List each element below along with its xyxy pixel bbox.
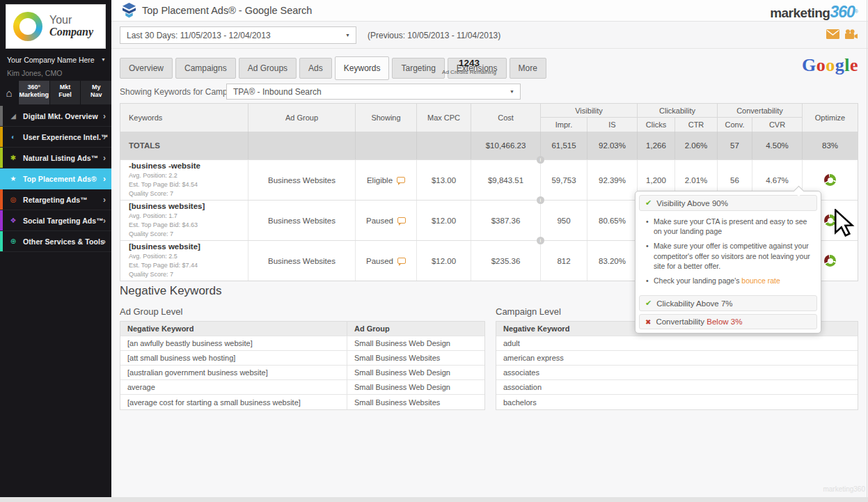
keyword-text: -business -website <box>129 162 200 170</box>
avg-position: Avg. Position: 1.7 <box>129 212 177 221</box>
keyword-text: [business websites] <box>129 202 205 210</box>
info-icon[interactable] <box>537 156 544 164</box>
totals-is: 92.03% <box>587 132 638 159</box>
comment-bubble-icon[interactable] <box>397 217 406 223</box>
marketing360-logo: marketing360® <box>770 3 858 22</box>
tip-text: Check your landing page's <box>654 276 739 285</box>
is-cell: 92.39% <box>587 160 638 200</box>
optimize-donut-icon[interactable] <box>824 255 836 267</box>
impr-cell: 950 <box>541 201 587 240</box>
col-is: IS <box>587 118 638 132</box>
sidebar-item-retargeting-ads[interactable]: ◎ Retargeting Ads™ › <box>0 189 111 210</box>
bounce-rate-link[interactable]: bounce rate <box>741 276 780 285</box>
google-letter: e <box>850 55 858 75</box>
sidebar-item-user-experience-intel[interactable]: ◐ User Experience Intel.™ › <box>0 127 111 148</box>
sidebar-item-natural-listing-ads[interactable]: ✱ Natural Listing Ads™ › <box>0 148 111 168</box>
sidebar-item-top-placement-ads[interactable]: ★ Top Placement Ads® › <box>0 168 111 189</box>
sidebar-item-digital-mkt-overview[interactable]: ◢ Digital Mkt. Overview › <box>0 106 111 127</box>
totals-conv: 57 <box>718 132 752 159</box>
sidebar-item-label: User Experience Intel.™ <box>23 133 109 141</box>
keywords-table-header: Keywords Ad Group Showing Max CPC Cost V… <box>120 104 858 132</box>
previous-range-label: (Previous: 10/05/2013 - 11/04/2013) <box>368 31 500 40</box>
totals-clicks: 1,266 <box>638 132 675 159</box>
sidebar-item-label: Retargeting Ads™ <box>23 196 88 204</box>
mouse-cursor <box>833 209 856 237</box>
company-logo-swirl-icon <box>13 12 42 41</box>
table-row: adult <box>496 336 858 351</box>
company-name: Your Company Name Here <box>7 56 95 64</box>
tab-line1: 360° <box>19 84 49 91</box>
comment-bubble-icon[interactable] <box>397 177 405 183</box>
negative-keyword: american express <box>496 354 858 362</box>
table-row: [att small business web hosting] Small B… <box>120 351 484 366</box>
clickability-status-text: Clickability Above 7% <box>656 299 732 308</box>
ad-group: Small Business Web Design <box>347 383 484 391</box>
sidebar-tab-360-marketing[interactable]: 360° Marketing <box>18 81 49 104</box>
color-stripe <box>0 106 3 126</box>
negative-keyword: [att small business web hosting] <box>120 351 347 365</box>
est-top-page-bid: Est. Top Page Bid: $7.44 <box>129 261 198 270</box>
tab-keywords[interactable]: Keywords <box>335 56 390 80</box>
col-conv: Conv. <box>718 118 752 132</box>
totals-impr: 61,515 <box>541 132 587 159</box>
convertability-label: Convertability <box>656 317 704 326</box>
sidebar: Your Company ▼ Your Company Name Here Ki… <box>0 0 111 497</box>
sidebar-item-social-targeting-ads[interactable]: ❖ Social Targeting Ads™ › <box>0 210 111 231</box>
google-letter: o <box>826 55 835 75</box>
negative-keyword: average <box>120 380 347 394</box>
keyword-text: [business website] <box>129 242 200 251</box>
company-name-dropdown[interactable]: ▼ Your Company Name Here <box>7 56 106 64</box>
chart-icon: ◢ <box>8 112 18 120</box>
is-cell: 83.20% <box>587 241 638 281</box>
chevron-down-icon: ▼ <box>101 57 106 62</box>
date-range-bar: Last 30 Days: 11/05/2013 - 12/04/2013 ▼ … <box>111 22 868 49</box>
video-icon[interactable] <box>844 29 858 39</box>
color-stripe <box>0 231 3 251</box>
chevron-right-icon: › <box>103 174 106 184</box>
showing-cell: Paused <box>356 201 417 240</box>
color-stripe <box>0 189 3 210</box>
col-ad-group: Ad Group <box>248 104 356 132</box>
tab-ads[interactable]: Ads <box>299 58 332 79</box>
sidebar-menu: ◢ Digital Mkt. Overview › ◐ User Experie… <box>0 106 111 252</box>
totals-showing <box>356 132 417 159</box>
ad-group-cell: Business Websites <box>248 241 356 281</box>
negative-keyword: [an awfully beastly business website] <box>120 336 347 350</box>
est-top-page-bid: Est. Top Page Bid: $4.63 <box>129 221 198 230</box>
sidebar-tab-mkt-fuel[interactable]: Mkt Fuel <box>49 81 81 104</box>
max-cpc-cell: $13.00 <box>417 160 471 200</box>
optimize-donut-icon[interactable] <box>824 174 836 186</box>
tab-overview[interactable]: Overview <box>120 58 173 79</box>
tab-line1: My <box>81 84 111 91</box>
max-cpc-cell: $12.00 <box>417 201 471 240</box>
home-icon[interactable]: ⌂ <box>0 81 18 104</box>
cost-value: $235.36 <box>491 257 521 265</box>
footer-strip <box>0 497 868 502</box>
clickability-status-strip: ✔ Clickability Above 7% <box>639 295 817 311</box>
tab-ad-groups[interactable]: Ad Groups <box>239 58 297 79</box>
sidebar-tab-my-nav[interactable]: My Nav <box>80 81 111 104</box>
ad-group-level-table: Negative Keyword Ad Group [an awfully be… <box>120 321 485 410</box>
social-icon: ❖ <box>8 217 18 224</box>
info-icon[interactable] <box>537 237 544 244</box>
info-icon[interactable] <box>537 196 544 204</box>
date-range-select[interactable]: Last 30 Days: 11/05/2013 - 12/04/2013 ▼ <box>120 26 356 44</box>
tab-line2: Nav <box>81 91 111 99</box>
cost-cell: $235.36 <box>471 241 541 281</box>
impr-cell: 812 <box>541 241 587 281</box>
col-negative-keyword: Negative Keyword <box>120 322 347 336</box>
convertability-text: Convertability Below 3% <box>656 317 742 326</box>
ad-credits-label: Ad Credits Remaining <box>437 69 501 75</box>
table-row: associates <box>496 366 858 380</box>
comment-bubble-icon[interactable] <box>397 258 406 264</box>
showing-cell: Eligible <box>356 160 417 200</box>
campaign-select[interactable]: TPA® - Inbound Search ▼ <box>226 84 521 100</box>
table-row: association <box>496 380 858 395</box>
col-clicks: Clicks <box>638 118 675 132</box>
negative-keyword: [average cost for starting a small busin… <box>120 395 347 409</box>
email-icon[interactable] <box>826 29 839 39</box>
tab-campaigns[interactable]: Campaigns <box>175 58 236 79</box>
tab-more[interactable]: More <box>510 58 546 79</box>
sidebar-item-other-services-tools[interactable]: ⊕ Other Services & Tools › <box>0 231 111 252</box>
globe-icon: ◐ <box>8 133 18 141</box>
